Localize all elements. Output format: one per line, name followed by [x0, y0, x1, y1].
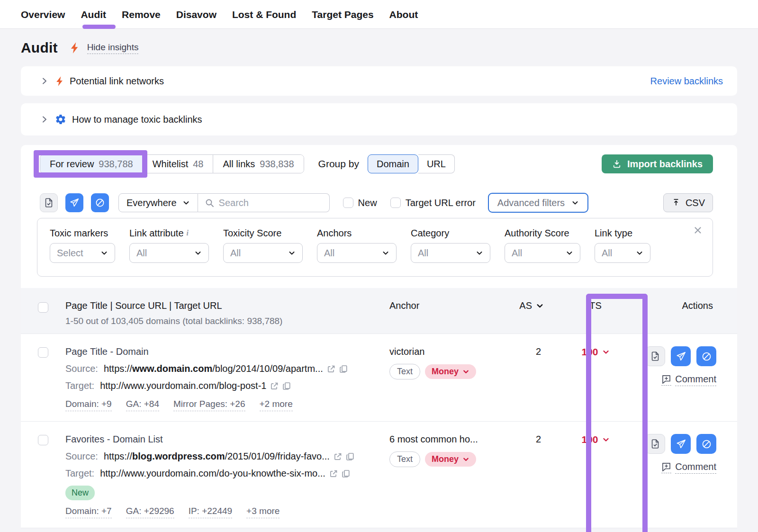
move-to-whitelist-button[interactable]: [40, 193, 58, 212]
group-by-domain-button[interactable]: Domain: [368, 154, 418, 173]
authority-score-select[interactable]: All: [505, 243, 580, 263]
external-link-icon[interactable]: [329, 469, 338, 478]
close-icon[interactable]: [694, 226, 702, 234]
lightning-icon: [55, 76, 64, 87]
filter-toxic-markers: Toxic markers Select: [50, 227, 115, 276]
search-input[interactable]: [219, 198, 314, 208]
comment-button[interactable]: Comment: [661, 374, 716, 386]
chevron-down-icon: [382, 249, 389, 257]
text-link-badge[interactable]: Text: [389, 451, 420, 467]
review-backlinks-link[interactable]: Review backlinks: [650, 76, 723, 87]
toxic-marker-domain[interactable]: Domain: +9: [65, 399, 112, 411]
checkbox[interactable]: [343, 198, 353, 208]
nav-item-remove[interactable]: Remove: [122, 0, 161, 29]
source-url: https://blog.wordpress.com/2015/01/09/fr…: [104, 451, 330, 462]
import-backlinks-button[interactable]: Import backlinks: [602, 154, 713, 173]
anchors-select[interactable]: All: [317, 243, 397, 263]
toxic-markers-select[interactable]: Select: [50, 243, 115, 263]
toxic-marker-ga[interactable]: GA: +29296: [126, 506, 174, 518]
toxicity-score-value[interactable]: 100: [581, 434, 609, 445]
comment-icon: [661, 462, 671, 473]
row-page-title[interactable]: Page Title - Domain: [65, 346, 389, 357]
export-csv-button[interactable]: CSV: [663, 193, 713, 212]
search-icon: [205, 198, 214, 207]
money-anchor-badge[interactable]: Money: [425, 364, 476, 379]
group-by-toggle: Domain URL: [368, 154, 455, 173]
link-attribute-select[interactable]: All: [129, 243, 209, 263]
keep-link-button[interactable]: [645, 346, 665, 366]
move-to-remove-button[interactable]: [671, 434, 691, 454]
copy-icon[interactable]: [346, 452, 354, 461]
nav-item-disavow[interactable]: Disavow: [176, 0, 217, 29]
toxic-marker-more[interactable]: +2 more: [260, 399, 293, 411]
move-to-disavow-button[interactable]: [91, 193, 109, 212]
external-link-icon[interactable]: [270, 382, 279, 390]
chevron-down-icon: [288, 249, 296, 257]
chevron-right-icon[interactable]: [41, 77, 48, 85]
nav-item-about[interactable]: About: [389, 0, 418, 29]
move-to-disavow-button[interactable]: [696, 434, 716, 454]
list-tabs: For review938,788 Whitelist48 All links9…: [40, 154, 304, 173]
select-all-checkbox[interactable]: [38, 302, 48, 313]
filter-target-url-error-checkbox[interactable]: Target URL error: [390, 198, 476, 208]
group-by-url-button[interactable]: URL: [418, 154, 455, 173]
nav-item-lost-found[interactable]: Lost & Found: [232, 0, 296, 29]
column-header-page-title: Page Title | Source URL | Target URL: [65, 300, 389, 311]
group-by-label: Group by: [318, 158, 359, 170]
table-row: Page Title - Domain Source: https://www.…: [21, 334, 737, 422]
tab-whitelist[interactable]: Whitelist48: [143, 155, 213, 173]
chevron-down-icon: [566, 249, 573, 257]
money-anchor-badge[interactable]: Money: [425, 452, 476, 467]
search-field[interactable]: [198, 193, 330, 212]
document-check-icon: [44, 197, 54, 208]
toxic-marker-mirror-pages[interactable]: Mirror Pages: +26: [173, 399, 245, 411]
advanced-filters-button[interactable]: Advanced filters: [488, 193, 588, 213]
toxic-marker-more[interactable]: +3 more: [246, 506, 280, 518]
tab-all-links[interactable]: All links938,838: [213, 155, 303, 173]
copy-icon[interactable]: [282, 382, 291, 390]
toxicity-score-select[interactable]: All: [223, 243, 303, 263]
comment-button[interactable]: Comment: [661, 461, 716, 474]
no-entry-icon: [95, 198, 105, 208]
text-link-badge[interactable]: Text: [389, 364, 420, 379]
source-label: Source:: [65, 451, 98, 462]
column-header-ts: TS: [589, 300, 602, 311]
chevron-down-icon: [636, 249, 643, 257]
keep-link-button[interactable]: [645, 434, 665, 454]
checkbox[interactable]: [390, 198, 401, 208]
new-badge: New: [65, 486, 95, 500]
toxicity-score-value[interactable]: 100: [581, 346, 609, 358]
info-icon[interactable]: i: [187, 229, 189, 237]
toxic-marker-ip[interactable]: IP: +22449: [189, 506, 232, 518]
search-scope-dropdown[interactable]: Everywhere: [118, 193, 198, 212]
copy-icon[interactable]: [339, 365, 348, 373]
insight-card-manage-toxic[interactable]: How to manage toxic backlinks: [21, 103, 737, 135]
table-header: Page Title | Source URL | Target URL 1-5…: [21, 288, 737, 334]
chevron-down-icon: [602, 436, 610, 443]
tab-count: 938,838: [260, 159, 294, 170]
tab-for-review[interactable]: For review938,788: [40, 155, 143, 173]
filter-category: Category All: [411, 227, 490, 276]
row-page-title[interactable]: Favorites - Domain List: [65, 434, 389, 445]
toxic-marker-domain[interactable]: Domain: +7: [65, 506, 112, 518]
external-link-icon[interactable]: [334, 452, 342, 461]
toxic-marker-ga[interactable]: GA: +84: [126, 399, 159, 411]
move-to-remove-button[interactable]: [671, 346, 691, 366]
category-select[interactable]: All: [411, 243, 490, 263]
nav-item-target-pages[interactable]: Target Pages: [312, 0, 373, 29]
external-link-icon[interactable]: [327, 365, 335, 373]
move-to-remove-button[interactable]: [65, 193, 83, 212]
insight-card-link-networks[interactable]: Potential link networks Review backlinks: [21, 66, 737, 96]
copy-icon[interactable]: [342, 469, 350, 478]
filter-new-checkbox[interactable]: New: [343, 198, 377, 208]
move-to-disavow-button[interactable]: [696, 346, 716, 366]
column-header-as-sort[interactable]: AS: [519, 300, 546, 311]
link-type-select[interactable]: All: [595, 243, 650, 263]
insight-card-label: Potential link networks: [70, 76, 164, 87]
nav-item-overview[interactable]: Overview: [21, 0, 65, 29]
row-checkbox[interactable]: [38, 347, 48, 358]
hide-insights-link[interactable]: Hide insights: [87, 42, 139, 54]
gear-icon: [55, 114, 66, 125]
row-checkbox[interactable]: [38, 435, 48, 445]
chevron-right-icon[interactable]: [41, 116, 48, 123]
